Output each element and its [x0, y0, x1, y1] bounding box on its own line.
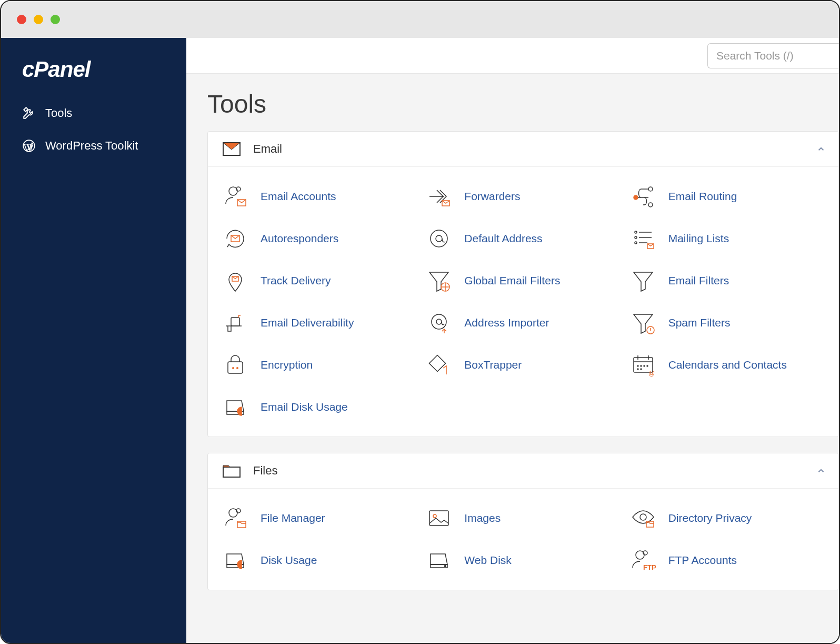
svg-point-39	[433, 514, 436, 518]
tool-images[interactable]: Images	[426, 506, 619, 531]
email-section-icon	[223, 142, 241, 156]
mailing-lists-icon	[631, 226, 656, 251]
svg-point-14	[635, 242, 637, 244]
svg-rect-34	[223, 467, 240, 477]
tool-address-importer[interactable]: Address Importer	[426, 310, 619, 335]
svg-point-29	[644, 365, 645, 366]
email-accounts-icon	[223, 184, 248, 209]
tools-icon	[22, 106, 36, 120]
page-title: Tools	[186, 74, 839, 131]
tool-label: Spam Filters	[668, 316, 731, 329]
panel-header-email[interactable]: Email	[208, 132, 838, 167]
svg-point-31	[637, 369, 638, 370]
svg-text:@: @	[648, 370, 655, 377]
tool-label: Forwarders	[464, 190, 520, 203]
tool-label: Autoresponders	[261, 232, 338, 245]
svg-point-7	[634, 195, 638, 200]
default-address-icon	[426, 226, 452, 251]
tool-label: Mailing Lists	[668, 232, 729, 245]
tool-autoresponders[interactable]: Autoresponders	[223, 226, 416, 251]
tool-global-email-filters[interactable]: Global Email Filters	[426, 268, 619, 293]
topbar	[186, 38, 839, 74]
svg-point-30	[647, 365, 648, 366]
cpanel-logo: cPanel	[1, 53, 186, 97]
tool-boxtrapper[interactable]: BoxTrapper	[426, 352, 619, 378]
svg-point-13	[635, 236, 637, 239]
panel-files: Files File Manager Images	[207, 453, 839, 590]
tool-default-address[interactable]: Default Address	[426, 226, 619, 251]
tool-label: Global Email Filters	[464, 274, 560, 287]
tool-directory-privacy[interactable]: Directory Privacy	[631, 506, 824, 531]
tool-label: Email Accounts	[261, 190, 336, 203]
sidebar-item-wordpress-toolkit[interactable]: WordPress Toolkit	[1, 130, 186, 162]
tool-label: File Manager	[261, 512, 325, 524]
minimize-icon[interactable]	[34, 15, 43, 24]
svg-point-28	[641, 365, 642, 366]
tool-label: Email Routing	[668, 190, 737, 203]
main-content: Tools Email Email Accounts	[186, 38, 839, 643]
tool-ftp-accounts[interactable]: FTP FTP Accounts	[631, 548, 824, 573]
tool-label: Address Importer	[464, 316, 549, 329]
svg-point-32	[641, 369, 642, 370]
forwarders-icon	[426, 184, 452, 209]
panel-email: Email Email Accounts Forwarders	[207, 131, 839, 437]
autoresponders-icon	[223, 226, 248, 251]
tool-label: Encryption	[261, 359, 313, 371]
tool-email-routing[interactable]: Email Routing	[631, 184, 824, 209]
tool-email-accounts[interactable]: Email Accounts	[223, 184, 416, 209]
tool-label: Track Delivery	[261, 274, 331, 287]
tool-email-deliverability[interactable]: Email Deliverability	[223, 310, 416, 335]
panel-header-files[interactable]: Files	[208, 453, 838, 489]
tool-web-disk[interactable]: Web Disk	[426, 548, 619, 573]
svg-point-27	[637, 365, 638, 366]
directory-privacy-icon	[631, 506, 656, 531]
tool-label: Directory Privacy	[668, 512, 752, 524]
files-section-icon	[223, 464, 241, 478]
panel-title: Files	[253, 464, 277, 478]
chevron-up-icon	[816, 144, 826, 154]
tool-file-manager[interactable]: File Manager	[223, 506, 416, 531]
web-disk-icon	[426, 548, 452, 573]
svg-point-8	[648, 203, 653, 207]
sidebar-item-tools[interactable]: Tools	[1, 97, 186, 130]
tool-mailing-lists[interactable]: Mailing Lists	[631, 226, 824, 251]
tool-calendars-contacts[interactable]: @ Calendars and Contacts	[631, 352, 824, 378]
tool-label: Email Filters	[668, 274, 729, 287]
email-disk-usage-icon	[223, 394, 248, 420]
calendars-contacts-icon: @	[631, 352, 656, 378]
tool-email-disk-usage[interactable]: Email Disk Usage	[223, 394, 416, 420]
email-filters-icon	[631, 268, 656, 293]
tool-label: FTP Accounts	[668, 554, 737, 567]
tool-label: BoxTrapper	[464, 359, 522, 371]
tool-label: Disk Usage	[261, 554, 317, 567]
close-icon[interactable]	[17, 15, 26, 24]
tool-disk-usage[interactable]: Disk Usage	[223, 548, 416, 573]
svg-point-6	[648, 187, 653, 191]
tool-label: Calendars and Contacts	[668, 359, 787, 371]
wordpress-icon	[22, 139, 36, 153]
svg-point-20	[436, 319, 442, 324]
search-input[interactable]	[707, 43, 839, 68]
sidebar-item-label: Tools	[45, 106, 72, 120]
disk-usage-icon	[223, 548, 248, 573]
track-delivery-icon	[223, 268, 248, 293]
svg-rect-25	[429, 355, 446, 371]
tool-encryption[interactable]: Encryption	[223, 352, 416, 378]
tool-forwarders[interactable]: Forwarders	[426, 184, 619, 209]
svg-point-40	[640, 514, 646, 520]
images-icon	[426, 506, 452, 531]
tool-spam-filters[interactable]: Spam Filters	[631, 310, 824, 335]
sidebar: cPanel Tools WordPress Toolkit	[1, 38, 186, 643]
file-manager-icon	[223, 506, 248, 531]
maximize-icon[interactable]	[51, 15, 60, 24]
svg-rect-38	[429, 511, 448, 526]
window-titlebar	[1, 1, 839, 38]
tool-label: Web Disk	[464, 554, 511, 567]
tool-label: Email Deliverability	[261, 316, 354, 329]
tool-email-filters[interactable]: Email Filters	[631, 268, 824, 293]
tool-label: Default Address	[464, 232, 542, 245]
email-routing-icon	[631, 184, 656, 209]
encryption-icon	[223, 352, 248, 378]
spam-filters-icon	[631, 310, 656, 335]
tool-track-delivery[interactable]: Track Delivery	[223, 268, 416, 293]
